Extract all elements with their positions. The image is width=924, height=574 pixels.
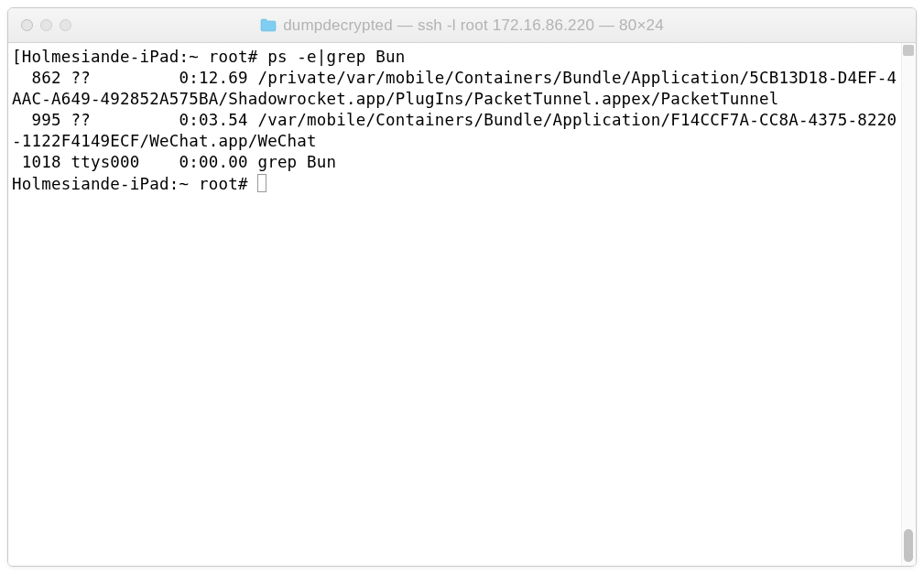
prompt-line-1: [Holmesiande-iPad:~ root# ps -e|grep Bun [12, 48, 405, 66]
output-line: 995 ?? 0:03.54 /var/mobile/Containers/Bu… [12, 111, 897, 150]
title-bar[interactable]: dumpdecrypted — ssh -l root 172.16.86.22… [8, 8, 916, 43]
bracket-open: [ [12, 48, 22, 66]
prompt-line-2: Holmesiande-iPad:~ root# [12, 175, 266, 193]
scroll-thumb[interactable] [904, 529, 913, 562]
cursor [257, 174, 266, 192]
scroll-indicator-top[interactable] [903, 45, 914, 56]
terminal-window: dumpdecrypted — ssh -l root 172.16.86.22… [7, 7, 917, 567]
title-content: dumpdecrypted — ssh -l root 172.16.86.22… [8, 16, 916, 35]
zoom-button[interactable] [60, 19, 71, 31]
output-line: 862 ?? 0:12.69 /private/var/mobile/Conta… [12, 69, 897, 108]
terminal-body: [Holmesiande-iPad:~ root# ps -e|grep Bun… [8, 43, 916, 566]
window-title: dumpdecrypted — ssh -l root 172.16.86.22… [283, 16, 664, 35]
close-button[interactable] [21, 19, 33, 31]
command-text: ps -e|grep Bun [267, 48, 405, 66]
output-line: 1018 ttys000 0:00.00 grep Bun [12, 153, 336, 171]
scrollbar-track[interactable] [901, 43, 916, 566]
minimize-button[interactable] [40, 19, 52, 31]
traffic-lights [8, 19, 71, 31]
prompt-host: Holmesiande-iPad:~ root# [12, 175, 257, 193]
folder-icon [260, 18, 277, 32]
prompt-host: Holmesiande-iPad:~ root# [22, 48, 267, 66]
terminal-content[interactable]: [Holmesiande-iPad:~ root# ps -e|grep Bun… [8, 43, 901, 566]
